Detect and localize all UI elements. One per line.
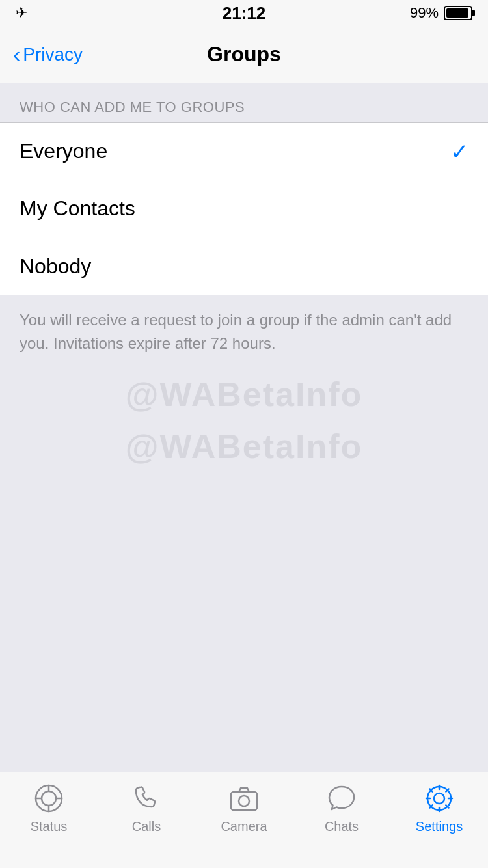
svg-point-1: [42, 791, 56, 806]
settings-icon: [422, 781, 456, 815]
nav-bar: ‹ Privacy Groups: [0, 26, 488, 83]
battery-fill: [446, 8, 468, 18]
battery-percentage: 99%: [410, 5, 439, 21]
camera-icon: [227, 781, 261, 815]
svg-point-9: [427, 787, 451, 810]
chats-icon: [325, 781, 359, 815]
tab-chats[interactable]: Chats: [303, 781, 381, 834]
status-bar-left: ✈: [16, 5, 27, 21]
info-text: You will receive a request to join a gro…: [0, 295, 488, 368]
chevron-left-icon: ‹: [13, 43, 20, 65]
svg-rect-6: [231, 792, 257, 810]
page-content: WHO CAN ADD ME TO GROUPS Everyone ✓ My C…: [0, 83, 488, 772]
tab-status-label: Status: [31, 819, 68, 834]
page-title: Groups: [207, 42, 281, 66]
checkmark-icon: ✓: [450, 139, 468, 165]
svg-point-8: [434, 793, 444, 804]
back-label: Privacy: [23, 44, 83, 65]
tab-settings-label: Settings: [416, 819, 463, 834]
tab-camera[interactable]: Camera: [205, 781, 283, 834]
tab-calls[interactable]: Calls: [107, 781, 185, 834]
option-my-contacts[interactable]: My Contacts: [0, 180, 488, 237]
option-everyone-label: Everyone: [20, 139, 107, 163]
option-my-contacts-label: My Contacts: [20, 197, 135, 221]
calls-icon: [129, 781, 163, 815]
battery-body: [444, 6, 472, 20]
option-nobody[interactable]: Nobody: [0, 237, 488, 295]
tab-settings[interactable]: Settings: [400, 781, 478, 834]
option-everyone[interactable]: Everyone ✓: [0, 123, 488, 180]
status-icon: [32, 781, 66, 815]
status-bar: ✈ 21:12 99%: [0, 0, 488, 26]
tab-status[interactable]: Status: [10, 781, 88, 834]
option-nobody-label: Nobody: [20, 254, 91, 278]
watermark-1: @WABetaInfo: [0, 368, 488, 420]
tab-chats-label: Chats: [325, 819, 359, 834]
watermark-2: @WABetaInfo: [0, 420, 488, 472]
status-bar-time: 21:12: [223, 3, 266, 23]
airplane-icon: ✈: [16, 5, 27, 21]
tab-bar: Status Calls Camera Chats: [0, 772, 488, 868]
status-bar-right: 99%: [410, 5, 472, 21]
battery-icon: [444, 6, 472, 20]
options-list: Everyone ✓ My Contacts Nobody: [0, 122, 488, 295]
back-button[interactable]: ‹ Privacy: [13, 44, 83, 65]
tab-calls-label: Calls: [132, 819, 161, 834]
section-header: WHO CAN ADD ME TO GROUPS: [0, 83, 488, 122]
svg-point-7: [239, 796, 249, 806]
tab-camera-label: Camera: [221, 819, 267, 834]
